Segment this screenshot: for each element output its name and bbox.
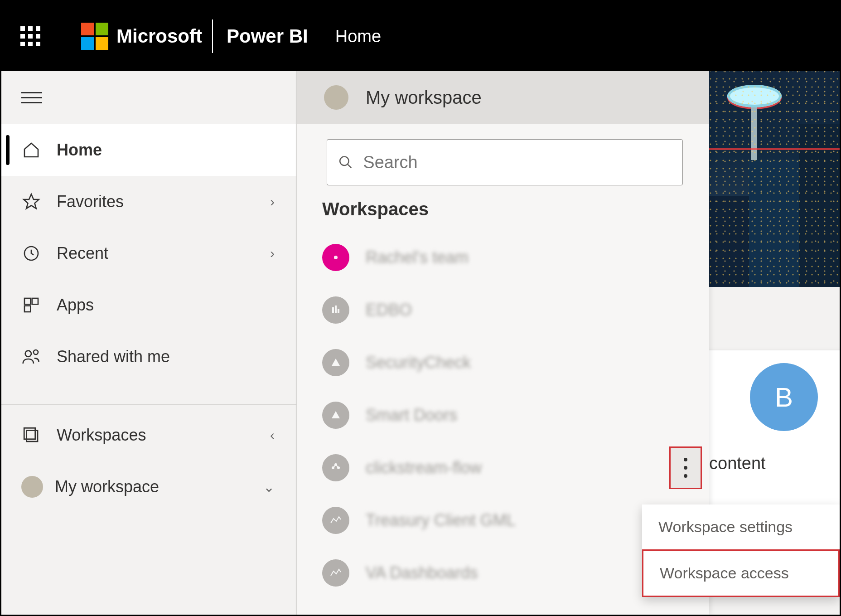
search-input[interactable]: [363, 153, 672, 172]
shared-icon: [21, 347, 41, 367]
global-header: Microsoft Power BI Home: [1, 1, 840, 71]
nav-workspaces-label: Workspaces: [57, 426, 146, 445]
divider: [212, 19, 213, 53]
workspace-chip-icon: [322, 244, 349, 271]
svg-rect-12: [332, 307, 334, 313]
workspace-name: Smart Doors: [366, 406, 457, 425]
search-box[interactable]: [327, 139, 683, 185]
workspace-chip-icon: [322, 349, 349, 376]
left-nav: Home Favorites › Recent › Apps Shared wi…: [1, 71, 297, 615]
workspace-chip-icon: [322, 507, 349, 534]
chevron-right-icon: ›: [270, 194, 275, 209]
app-launcher-icon[interactable]: [20, 26, 40, 46]
avatar-icon: [21, 476, 43, 498]
search-icon: [338, 154, 353, 170]
nav-my-workspace-label: My workspace: [55, 477, 159, 496]
breadcrumb[interactable]: Home: [335, 27, 381, 46]
workspace-context-menu: Workspace settings Workspace access: [642, 504, 840, 597]
svg-rect-7: [27, 431, 38, 442]
svg-rect-13: [335, 306, 337, 313]
workspace-name: SecurityCheck: [366, 353, 471, 372]
workspace-chip-icon: [322, 402, 349, 429]
svg-rect-4: [24, 306, 30, 312]
nav-favorites[interactable]: Favorites ›: [1, 176, 296, 228]
home-icon: [21, 140, 41, 160]
workspace-item[interactable]: clickstream-flow: [297, 441, 709, 494]
chevron-left-icon: ‹: [270, 427, 275, 443]
svg-line-10: [348, 164, 351, 168]
svg-point-9: [340, 157, 348, 165]
product-label[interactable]: Power BI: [227, 25, 308, 47]
workspace-item[interactable]: Smart Doors: [297, 389, 709, 441]
nav-apps[interactable]: Apps: [1, 279, 296, 331]
content-card[interactable]: B content: [709, 350, 840, 509]
nav-my-workspace[interactable]: My workspace ⌄: [1, 461, 296, 513]
nav-recent-label: Recent: [57, 244, 108, 263]
workspace-name: Rachel's team: [366, 248, 469, 267]
svg-point-11: [334, 256, 338, 259]
nav-workspaces[interactable]: Workspaces ‹: [1, 409, 296, 461]
workspace-name: VA Dashboards: [366, 563, 478, 582]
nav-shared-label: Shared with me: [57, 347, 170, 366]
clock-icon: [21, 243, 41, 263]
workspaces-icon: [21, 425, 41, 445]
card-label: content: [709, 454, 836, 473]
hero-image: [709, 71, 840, 287]
chevron-right-icon: ›: [270, 246, 275, 261]
nav-divider: [1, 404, 296, 409]
workspace-item[interactable]: Rachel's team: [297, 231, 709, 284]
svg-line-21: [336, 465, 338, 468]
svg-marker-16: [332, 411, 340, 418]
svg-rect-14: [338, 309, 339, 313]
workspace-chip-icon: [322, 559, 349, 587]
svg-point-5: [25, 351, 31, 357]
svg-rect-8: [24, 428, 35, 439]
nav-home[interactable]: Home: [1, 124, 296, 176]
svg-rect-2: [24, 298, 30, 304]
workspace-chip-icon: [322, 454, 349, 481]
menu-workspace-access[interactable]: Workspace access: [642, 549, 840, 597]
my-workspace-label: My workspace: [366, 87, 482, 108]
workspace-item[interactable]: SecurityCheck: [297, 336, 709, 389]
microsoft-logo-icon: [81, 23, 108, 50]
workspace-name: Treasury Client GML: [366, 511, 516, 530]
nav-favorites-label: Favorites: [57, 192, 124, 211]
more-options-button[interactable]: [669, 446, 702, 489]
avatar-badge: B: [750, 363, 818, 431]
nav-recent[interactable]: Recent ›: [1, 228, 296, 279]
workspace-name: clickstream-flow: [366, 458, 482, 477]
hamburger-icon[interactable]: [1, 71, 296, 124]
svg-point-6: [34, 350, 38, 354]
workspace-name: EDBO: [366, 301, 412, 320]
nav-shared[interactable]: Shared with me: [1, 331, 296, 383]
my-workspace-row[interactable]: My workspace: [297, 71, 709, 124]
search-wrap: [297, 124, 709, 199]
nav-home-label: Home: [57, 141, 102, 160]
menu-workspace-settings[interactable]: Workspace settings: [642, 504, 840, 549]
svg-line-20: [333, 465, 336, 468]
workspace-chip-icon: [322, 296, 349, 324]
chevron-down-icon: ⌄: [263, 479, 275, 495]
svg-marker-15: [332, 359, 340, 366]
svg-marker-0: [24, 194, 39, 209]
nav-apps-label: Apps: [57, 296, 94, 315]
apps-icon: [21, 295, 41, 315]
brand-label: Microsoft: [116, 25, 202, 47]
svg-rect-3: [32, 298, 38, 304]
star-icon: [21, 192, 41, 212]
workspace-item[interactable]: EDBO: [297, 284, 709, 336]
avatar-icon: [324, 85, 348, 110]
workspaces-heading: Workspaces: [297, 199, 709, 231]
